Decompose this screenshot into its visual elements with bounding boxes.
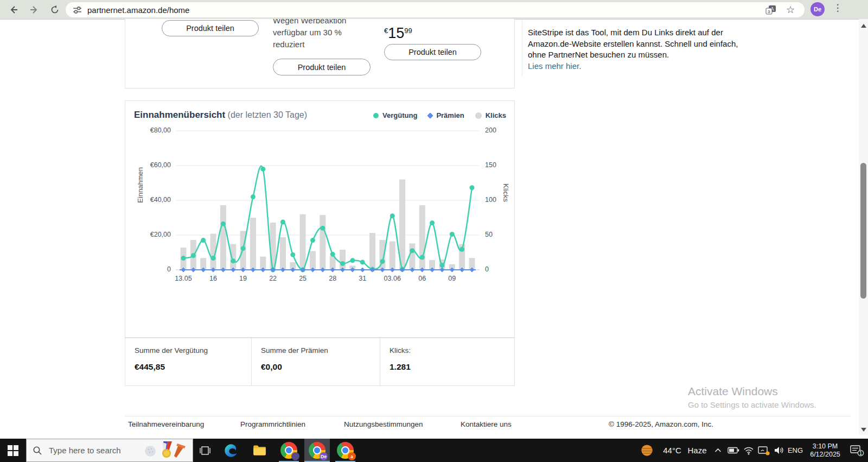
chrome-icon: De xyxy=(309,442,326,459)
search-placeholder: Type here to search xyxy=(49,446,121,455)
translate-icon[interactable]: Aa xyxy=(764,3,778,17)
legend-item-praemien[interactable]: Prämien xyxy=(428,111,464,119)
footer-link-teilnahmevereinbarung[interactable]: Teilnahmevereinbarung xyxy=(128,420,204,428)
chart-legend: Vergütung Prämien Klicks xyxy=(373,111,506,119)
taskbar-file-explorer-button[interactable] xyxy=(247,439,271,462)
price-currency: € xyxy=(384,27,388,35)
address-bar[interactable]: partnernet.amazon.de/home xyxy=(66,2,805,17)
battery-icon xyxy=(727,447,739,454)
browser-menu-icon[interactable]: ⋮ xyxy=(832,2,843,14)
bookmark-star-icon[interactable]: ☆ xyxy=(783,3,797,17)
sitestripe-read-more-link[interactable]: Lies mehr hier. xyxy=(528,61,738,72)
scrollbar-up-arrow[interactable] xyxy=(861,24,866,28)
notification-count: 1 xyxy=(859,450,862,455)
reload-icon xyxy=(50,5,60,15)
weather-temp[interactable]: 44°C xyxy=(659,439,686,462)
sitestripe-text: SiteStripe ist das Tool, mit dem Du Link… xyxy=(528,27,738,72)
chrome-profile-photo-badge xyxy=(291,452,299,460)
reload-button[interactable] xyxy=(48,3,62,17)
chrome-profile-badge: De xyxy=(320,452,328,460)
forward-icon xyxy=(29,5,39,15)
axis-tick-label: €60,00 xyxy=(125,161,171,169)
footer-link-nutzungsbestimmungen[interactable]: Nutzungsbestimmungen xyxy=(344,420,423,428)
summary-cell-verguetung: Summe der Vergütung €445,85 xyxy=(125,338,252,385)
notification-icon: 1 xyxy=(850,445,864,457)
legend-item-verguetung[interactable]: Vergütung xyxy=(373,111,417,119)
profile-avatar[interactable]: De xyxy=(810,2,825,16)
axis-tick-label: 100 xyxy=(485,196,496,204)
promo-description: Wegen Werbeaktion verfügbar um 30 % redu… xyxy=(273,19,346,50)
price-whole: 15 xyxy=(388,25,404,41)
chart-plot-area xyxy=(176,130,480,272)
chrome-profile-badge: a xyxy=(348,452,356,460)
axis-tick-label: 200 xyxy=(485,126,496,134)
url-text[interactable]: partnernet.amazon.de/home xyxy=(87,5,189,15)
axis-tick-label: 13.05 xyxy=(170,275,197,282)
earnings-chart-card: Einnahmenübersicht (der letzten 30 Tage)… xyxy=(125,100,515,338)
weather-button[interactable] xyxy=(636,439,658,462)
sitestripe-line: ohne PartnerNet besuchen zu müssen. xyxy=(528,49,738,61)
tray-hidden-icons-chevron[interactable] xyxy=(711,439,725,462)
chart-title-row: Einnahmenübersicht (der letzten 30 Tage) xyxy=(134,110,307,121)
site-settings-icon[interactable] xyxy=(73,5,82,15)
axis-tick-label: 150 xyxy=(485,161,496,169)
promo-line: verfügbar um 30 % xyxy=(273,27,346,39)
tray-wifi-button[interactable] xyxy=(741,439,756,462)
summary-value: €445,85 xyxy=(135,362,251,372)
axis-tick-label: 50 xyxy=(485,231,493,238)
axis-tick-label: 22 xyxy=(259,275,286,282)
share-product-button-1[interactable]: Produkt teilen xyxy=(162,20,259,36)
tray-date: 6/12/2025 xyxy=(810,451,840,459)
tray-clock-button[interactable]: 3:10 PM 6/12/2025 xyxy=(806,439,844,462)
summary-row: Summe der Vergütung €445,85 Summe der Pr… xyxy=(125,338,515,386)
legend-label: Klicks xyxy=(486,111,506,119)
legend-marker-diamond-icon xyxy=(427,112,433,118)
tray-time: 3:10 PM xyxy=(810,442,840,451)
axis-tick-label: 09 xyxy=(438,275,465,282)
tray-battery-button[interactable] xyxy=(726,439,741,462)
browser-toolbar: partnernet.amazon.de/home Aa ☆ De ⋮ xyxy=(0,0,868,20)
taskbar-search-input[interactable]: Type here to search xyxy=(26,439,193,462)
taskbar-chrome-window-1[interactable] xyxy=(276,439,302,462)
sitestripe-card-edge xyxy=(522,19,522,77)
scrollbar-thumb[interactable] xyxy=(860,163,866,299)
back-icon xyxy=(9,5,18,15)
legend-marker-circle-icon xyxy=(475,112,482,119)
taskbar-chrome-window-3[interactable]: a xyxy=(333,439,358,462)
price-fraction: 99 xyxy=(404,27,412,35)
summary-label: Klicks: xyxy=(390,346,514,355)
footer-divider xyxy=(125,416,851,416)
tray-language-button[interactable]: ENG xyxy=(786,439,805,462)
axis-tick-label: 16 xyxy=(200,275,227,282)
forward-button[interactable] xyxy=(27,3,41,17)
file-explorer-icon xyxy=(252,443,267,458)
taskbar-edge-button[interactable] xyxy=(219,439,243,462)
footer-link-programmrichtlinien[interactable]: Programmrichtlinien xyxy=(240,420,305,428)
legend-label: Vergütung xyxy=(382,111,417,119)
tray-volume-button[interactable] xyxy=(771,439,787,462)
share-product-button-3[interactable]: Produkt teilen xyxy=(384,44,481,60)
summary-value: 1.281 xyxy=(390,362,514,372)
weather-desc[interactable]: Haze xyxy=(685,439,710,462)
axis-tick-label: €40,00 xyxy=(125,196,171,204)
activate-windows-watermark: Activate Windows xyxy=(688,385,778,398)
axis-tick-label: 28 xyxy=(319,275,346,282)
axis-tick-label: 0 xyxy=(125,265,171,273)
scrollbar-down-arrow[interactable] xyxy=(861,428,866,432)
task-view-button[interactable] xyxy=(193,439,217,462)
start-button[interactable] xyxy=(0,439,26,462)
share-product-button-2[interactable]: Produkt teilen xyxy=(273,59,371,75)
legend-marker-circle-icon xyxy=(373,113,379,118)
chrome-icon xyxy=(280,442,297,459)
product-price: €1599 xyxy=(384,25,412,42)
promo-line: reduziert xyxy=(273,39,346,50)
action-center-button[interactable]: 1 xyxy=(846,439,868,462)
summary-label: Summe der Vergütung xyxy=(135,346,251,355)
taskbar-chrome-window-2-active[interactable]: De xyxy=(304,439,330,462)
back-button[interactable] xyxy=(7,3,21,17)
chrome-icon: a xyxy=(337,442,354,459)
search-daily-image[interactable] xyxy=(143,441,189,460)
tray-share-screen-button[interactable] xyxy=(756,439,771,462)
footer-link-kontaktiere-uns[interactable]: Kontaktiere uns xyxy=(461,420,512,428)
legend-item-klicks[interactable]: Klicks xyxy=(475,111,506,119)
